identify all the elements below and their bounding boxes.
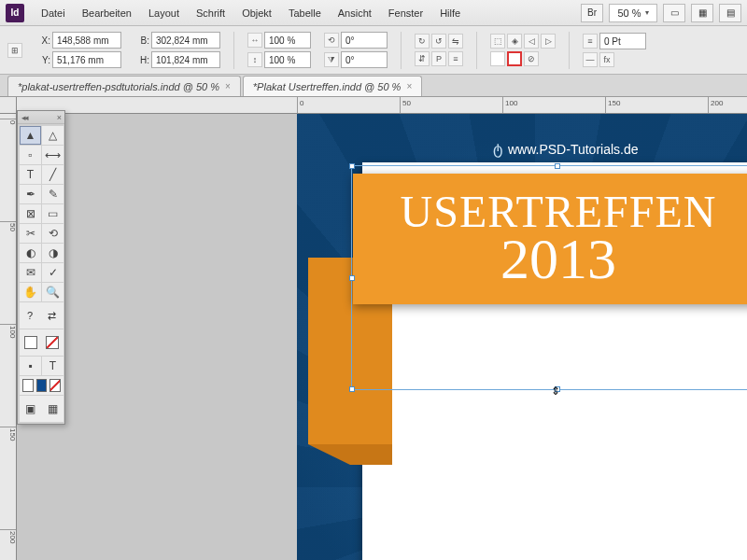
rectangle-tool[interactable]: ▭ <box>42 204 63 223</box>
scale-x-icon: ↔ <box>247 33 262 48</box>
divider <box>476 32 477 69</box>
workspace: 0 50 100 150 200 0 50 100 150 200 ტ www.… <box>0 97 747 560</box>
canvas[interactable]: ტ www.PSD-Tutorials.de USERTREFFEN 2013 … <box>17 114 747 560</box>
panel-header[interactable]: ◂◂× <box>18 111 64 124</box>
rotate-field[interactable]: 0° <box>341 32 388 49</box>
bridge-button[interactable]: Br <box>581 4 603 22</box>
apply-color-icon[interactable] <box>36 379 48 392</box>
url-label: www.PSD-Tutorials.de <box>508 142 639 157</box>
h-field[interactable]: 101,824 mm <box>151 51 220 68</box>
menu-bearbeiten[interactable]: Bearbeiten <box>75 4 139 22</box>
scissors-tool[interactable]: ✂ <box>20 224 41 243</box>
note-tool[interactable]: ✉ <box>20 263 41 282</box>
gradient-swatch-tool[interactable]: ◐ <box>20 244 41 262</box>
fill-stroke-proxy[interactable]: ? ⇄ <box>20 302 63 329</box>
menu-datei[interactable]: Datei <box>34 4 73 22</box>
gradient-feather-tool[interactable]: ◑ <box>42 244 63 262</box>
divider <box>401 32 402 69</box>
free-transform-tool[interactable]: ⟲ <box>42 224 63 243</box>
flip-h-icon[interactable]: ⇋ <box>448 34 463 49</box>
y-field[interactable]: 51,176 mm <box>52 51 121 68</box>
stroke-field[interactable]: 0 Pt <box>599 33 646 49</box>
close-icon[interactable]: × <box>225 81 231 91</box>
select-prev-icon[interactable]: ◁ <box>524 34 539 49</box>
selection-tool[interactable]: ▲ <box>20 126 41 145</box>
x-field[interactable]: 148,588 mm <box>52 32 121 49</box>
page-tool[interactable]: ▫ <box>20 146 41 164</box>
doc-tab-1[interactable]: *plakat-usertreffen-psdtutorials.indd @ … <box>7 76 241 96</box>
formatting-text-button[interactable]: T <box>42 357 63 375</box>
x-label: X: <box>35 35 50 46</box>
ruler-tick: 0 <box>297 97 303 114</box>
swap-icon[interactable]: ⇄ <box>48 310 56 322</box>
default-fill-stroke[interactable] <box>20 329 63 356</box>
stroke-style-icon[interactable]: — <box>583 52 598 67</box>
close-icon[interactable]: × <box>406 81 412 91</box>
hand-tool[interactable]: ✋ <box>20 283 41 301</box>
close-icon[interactable]: × <box>57 113 62 122</box>
menu-objekt[interactable]: Objekt <box>234 4 279 22</box>
arrange-button[interactable]: ▤ <box>719 4 741 22</box>
fill-swatch-icon[interactable] <box>490 51 505 66</box>
y-label: Y: <box>35 55 50 65</box>
select-next-icon[interactable]: ▷ <box>541 34 556 49</box>
effects-icon[interactable]: fx <box>599 52 614 67</box>
collapse-icon[interactable]: ◂◂ <box>21 113 27 122</box>
apply-gradient-icon[interactable] <box>49 379 61 392</box>
scale-y-field[interactable]: 100 % <box>264 51 311 68</box>
normal-view-button[interactable]: ▣ <box>22 401 39 416</box>
zoom-tool[interactable]: 🔍 <box>42 283 63 301</box>
apply-color-button[interactable]: ▪ <box>20 357 41 375</box>
menu-bar: Id Datei Bearbeiten Layout Schrift Objek… <box>0 0 747 26</box>
none-icon <box>46 336 59 349</box>
horizontal-ruler[interactable]: 0 50 100 150 200 <box>17 97 747 114</box>
document-tabs: *plakat-usertreffen-psdtutorials.indd @ … <box>0 75 747 97</box>
select-content-icon[interactable]: ◈ <box>507 34 522 49</box>
direct-selection-tool[interactable]: △ <box>42 126 63 145</box>
shear-field[interactable]: 0° <box>341 51 388 68</box>
flip-v-icon[interactable]: ⇵ <box>415 51 430 66</box>
banner-year: 2013 <box>500 226 616 292</box>
rectangle-frame-tool[interactable]: ⊠ <box>20 204 41 223</box>
pencil-tool[interactable]: ✎ <box>42 185 63 203</box>
ruler-origin[interactable] <box>0 97 17 114</box>
rotate-cw-icon[interactable]: ↻ <box>415 34 430 49</box>
select-container-icon[interactable]: ⬚ <box>490 34 505 49</box>
zoom-level[interactable]: 50 %▾ <box>609 4 657 22</box>
line-tool[interactable]: ╱ <box>42 165 63 184</box>
fill-icon <box>24 336 37 349</box>
preview-button[interactable]: ▦ <box>44 401 61 416</box>
menu-layout[interactable]: Layout <box>141 4 187 22</box>
tools-panel[interactable]: ◂◂× ▲ △ ▫ ⟷ T ╱ ✒ ✎ ⊠ ▭ ✂ ⟲ ◐ ◑ ✉ ✓ ✋ 🔍 … <box>17 110 65 425</box>
w-field[interactable]: 302,824 mm <box>151 32 220 49</box>
menu-schrift[interactable]: Schrift <box>189 4 233 22</box>
ruler-tick: 0 <box>0 119 17 124</box>
tab-label: *plakat-usertreffen-psdtutorials.indd @ … <box>18 81 219 92</box>
ruler-tick: 150 <box>605 97 620 114</box>
reference-point-icon[interactable]: ⊞ <box>7 43 22 58</box>
type-tool[interactable]: T <box>20 165 41 184</box>
screen-mode-button[interactable]: ▭ <box>663 4 685 22</box>
menu-ansicht[interactable]: Ansicht <box>331 4 379 22</box>
doc-tab-2[interactable]: *Plakat Usertreffen.indd @ 50 %× <box>243 76 422 96</box>
ruler-tick: 50 <box>400 97 411 114</box>
p-icon[interactable]: P <box>431 51 446 66</box>
none-swatch-icon[interactable]: ⊘ <box>524 51 539 66</box>
vertical-ruler[interactable]: 0 50 100 150 200 <box>0 114 17 560</box>
view-options-button[interactable]: ▦ <box>691 4 713 22</box>
w-label: B: <box>134 35 149 46</box>
apply-none-icon[interactable] <box>22 379 34 392</box>
scale-x-field[interactable]: 100 % <box>264 32 311 49</box>
chevron-down-icon: ▾ <box>645 8 649 17</box>
rotate-ccw-icon[interactable]: ↺ <box>431 34 446 49</box>
align-icon[interactable]: ≡ <box>448 51 463 66</box>
menu-tabelle[interactable]: Tabelle <box>281 4 329 22</box>
gap-tool[interactable]: ⟷ <box>42 146 63 164</box>
butterfly-icon: ტ <box>493 140 502 158</box>
stroke-swatch-icon[interactable] <box>507 51 522 66</box>
menu-fenster[interactable]: Fenster <box>381 4 430 22</box>
eyedropper-tool[interactable]: ✓ <box>42 263 63 282</box>
menu-hilfe[interactable]: Hilfe <box>432 4 468 22</box>
title-banner[interactable]: USERTREFFEN 2013 <box>353 174 747 304</box>
pen-tool[interactable]: ✒ <box>20 185 41 203</box>
